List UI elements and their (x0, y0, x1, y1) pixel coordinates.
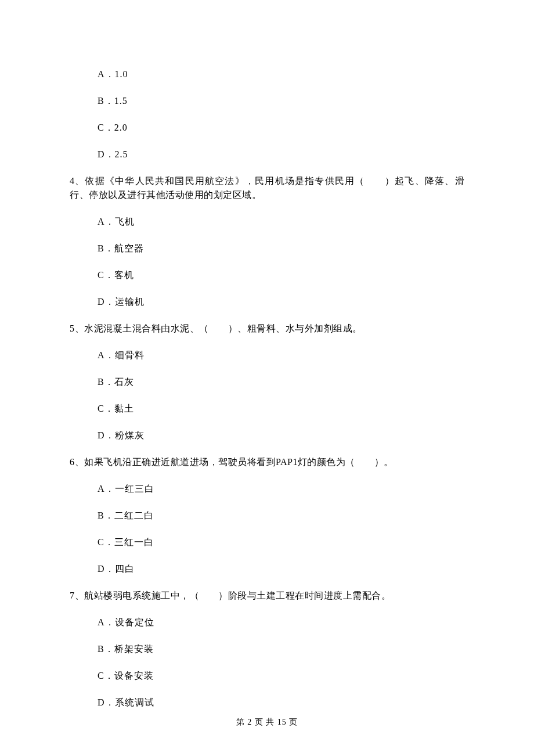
question-7-options: A．设备定位 B．桥架安装 C．设备安装 D．系统调试 (70, 615, 464, 710)
option-b: B．桥架安装 (70, 642, 464, 656)
option-a: A．1.0 (70, 67, 464, 81)
page-content: A．1.0 B．1.5 C．2.0 D．2.5 4、依据《中华人民共和国民用航空… (0, 0, 534, 710)
option-a: A．飞机 (70, 215, 464, 229)
option-b: B．石灰 (70, 375, 464, 389)
option-c: C．三红一白 (70, 535, 464, 549)
question-5-text: 5、水泥混凝土混合料由水泥、（ ）、粗骨料、水与外加剂组成。 (70, 322, 464, 336)
option-b: B．1.5 (70, 94, 464, 108)
option-b: B．二红二白 (70, 509, 464, 523)
question-7-text: 7、航站楼弱电系统施工中，（ ）阶段与土建工程在时间进度上需配合。 (70, 589, 464, 603)
option-c: C．2.0 (70, 121, 464, 135)
option-a: A．设备定位 (70, 615, 464, 629)
option-d: D．运输机 (70, 295, 464, 309)
question-6-text: 6、如果飞机沿正确进近航道进场，驾驶员将看到PAP1灯的颜色为（ ）。 (70, 455, 464, 469)
question-4-text: 4、依据《中华人民共和国民用航空法》，民用机场是指专供民用（ ）起飞、降落、滑行… (70, 174, 464, 202)
option-c: C．客机 (70, 268, 464, 282)
option-d: D．系统调试 (70, 696, 464, 710)
option-b: B．航空器 (70, 242, 464, 255)
option-d: D．2.5 (70, 147, 464, 161)
option-a: A．细骨料 (70, 348, 464, 362)
option-c: C．黏土 (70, 402, 464, 416)
option-c: C．设备安装 (70, 669, 464, 683)
question-6-options: A．一红三白 B．二红二白 C．三红一白 D．四白 (70, 482, 464, 576)
option-d: D．粉煤灰 (70, 429, 464, 442)
option-a: A．一红三白 (70, 482, 464, 496)
question-4-options: A．飞机 B．航空器 C．客机 D．运输机 (70, 215, 464, 309)
question-5-options: A．细骨料 B．石灰 C．黏土 D．粉煤灰 (70, 348, 464, 442)
page-footer: 第 2 页 共 15 页 (0, 716, 534, 728)
question-3-options: A．1.0 B．1.5 C．2.0 D．2.5 (70, 67, 464, 161)
option-d: D．四白 (70, 562, 464, 576)
